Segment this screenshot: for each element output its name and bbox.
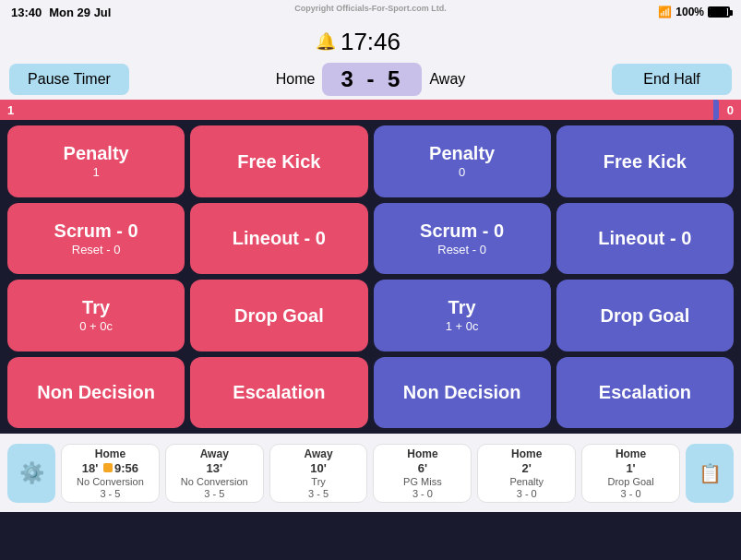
bottom-card-2[interactable]: Away10'Try3 - 5 — [269, 444, 368, 503]
grid-btn-8[interactable]: Try0 + 0c — [7, 280, 185, 351]
status-left: 13:40 Mon 29 Jul — [11, 6, 111, 19]
grid-btn-13[interactable]: Escalation — [190, 357, 367, 429]
away-label: Away — [429, 71, 465, 88]
bell-icon[interactable]: 🔔 — [316, 31, 336, 52]
status-right: 📶 100% — [658, 6, 730, 18]
score-area: Home 3 - 5 Away — [276, 63, 466, 96]
action-grid: Penalty1Free KickPenalty0Free KickScrum … — [0, 120, 741, 434]
wifi-icon: 📶 — [658, 6, 672, 18]
bottom-card-3[interactable]: Home6'PG Miss3 - 0 — [373, 444, 472, 503]
grid-btn-5[interactable]: Lineout - 0 — [190, 203, 367, 275]
grid-btn-10[interactable]: Try1 + 0c — [374, 280, 551, 351]
copyright-text: Copyright Officials-For-Sport.com Ltd. — [294, 4, 447, 13]
end-panel-button[interactable]: 📋 — [686, 444, 734, 503]
progress-right: 0 — [727, 103, 734, 117]
grid-btn-2[interactable]: Penalty0 — [374, 125, 551, 197]
bottom-card-0[interactable]: Home18' 9:56No Conversion3 - 5 — [61, 444, 160, 503]
panel-icon: 📋 — [699, 462, 722, 484]
grid-btn-7[interactable]: Lineout - 0 — [556, 203, 734, 275]
bottom-card-4[interactable]: Home2'Penalty3 - 0 — [477, 444, 576, 503]
progress-bar: 1 0 — [0, 100, 741, 120]
grid-btn-1[interactable]: Free Kick — [190, 125, 367, 197]
grid-btn-6[interactable]: Scrum - 0Reset - 0 — [374, 203, 551, 275]
bottom-bar: ⚙️ Home18' 9:56No Conversion3 - 5Away13'… — [0, 434, 741, 512]
grid-btn-15[interactable]: Escalation — [556, 357, 734, 429]
home-label: Home — [276, 71, 316, 88]
battery-label: 100% — [675, 6, 704, 18]
settings-button[interactable]: ⚙️ — [7, 444, 55, 503]
status-bar: 13:40 Mon 29 Jul Copyright Officials-For… — [0, 0, 741, 24]
grid-btn-4[interactable]: Scrum - 0Reset - 0 — [7, 203, 185, 275]
clock-row: 🔔 17:46 — [0, 24, 741, 59]
grid-btn-0[interactable]: Penalty1 — [7, 125, 185, 197]
battery-icon — [708, 6, 730, 18]
main-clock: 17:46 — [9, 28, 732, 56]
grid-btn-12[interactable]: Non Decision — [7, 357, 185, 429]
status-time: 13:40 — [11, 6, 42, 19]
bottom-card-5[interactable]: Home1'Drop Goal3 - 0 — [581, 444, 680, 503]
bottom-card-1[interactable]: Away13'No Conversion3 - 5 — [165, 444, 264, 503]
end-half-button[interactable]: End Half — [612, 64, 732, 95]
grid-btn-3[interactable]: Free Kick — [556, 125, 734, 197]
progress-fill — [713, 100, 719, 120]
status-date: Mon 29 Jul — [49, 6, 111, 19]
controls-row: Pause Timer Home 3 - 5 Away End Half — [0, 59, 741, 100]
pause-timer-button[interactable]: Pause Timer — [9, 64, 129, 95]
progress-left: 1 — [7, 103, 14, 117]
grid-btn-11[interactable]: Drop Goal — [556, 280, 734, 351]
score-display: 3 - 5 — [322, 63, 422, 96]
grid-btn-14[interactable]: Non Decision — [374, 357, 551, 429]
grid-btn-9[interactable]: Drop Goal — [190, 280, 367, 351]
gear-icon: ⚙️ — [19, 461, 44, 485]
